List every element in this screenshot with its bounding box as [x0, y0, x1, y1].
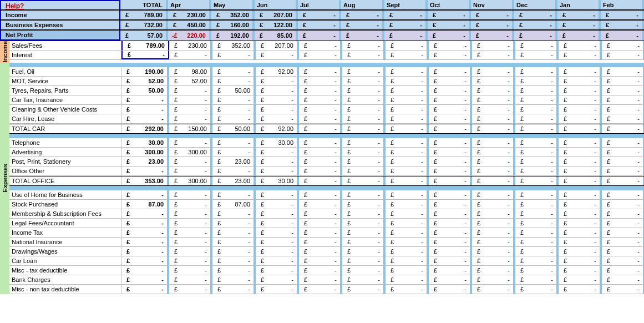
cell-value[interactable]: -	[442, 190, 470, 199]
cell-value[interactable]: -	[529, 138, 556, 147]
cell-value[interactable]: -	[529, 148, 556, 157]
cell-value[interactable]: -	[269, 266, 297, 275]
cell-value[interactable]: 92.00	[269, 67, 297, 76]
cell-value[interactable]: -	[529, 124, 556, 133]
cell-value[interactable]: -	[182, 138, 210, 147]
cell-value[interactable]: 50.00	[135, 86, 167, 95]
cell-value[interactable]: -	[135, 105, 167, 114]
cell-value[interactable]: -	[269, 219, 297, 228]
cell-value[interactable]: -	[399, 114, 427, 123]
cell-value[interactable]: -	[135, 238, 167, 246]
cell-value[interactable]: -	[312, 95, 340, 104]
cell-value[interactable]: -	[135, 114, 167, 123]
cell-value[interactable]: -	[182, 275, 210, 284]
cell-value[interactable]: -	[442, 157, 470, 166]
cell-value[interactable]: -	[182, 95, 210, 104]
cell-value[interactable]: -	[356, 86, 383, 95]
cell-value[interactable]: -	[615, 105, 643, 114]
cell-value[interactable]: -	[572, 256, 600, 265]
cell-value[interactable]: 92.00	[269, 124, 297, 133]
cell-value[interactable]: -	[399, 148, 427, 157]
cell-value[interactable]: -	[572, 157, 600, 166]
cell-value[interactable]: -	[356, 114, 383, 123]
cell-value[interactable]: -	[226, 67, 253, 76]
cell-value[interactable]: -	[442, 114, 470, 123]
cell-value[interactable]: -	[356, 138, 383, 147]
cell-value[interactable]: -	[226, 209, 253, 218]
cell-value[interactable]: -	[615, 51, 643, 59]
cell-value[interactable]: -	[311, 21, 339, 29]
cell-value[interactable]: 23.00	[135, 157, 167, 166]
cell-value[interactable]: -	[356, 51, 383, 59]
cell-value[interactable]: -	[442, 67, 470, 76]
cell-value[interactable]: -	[312, 238, 340, 246]
cell-value[interactable]: -	[615, 95, 643, 104]
cell-value[interactable]: -	[615, 190, 643, 199]
cell-value[interactable]: -	[269, 228, 297, 237]
cell-value[interactable]: -	[399, 166, 427, 175]
cell-value[interactable]: -	[529, 157, 556, 166]
cell-value[interactable]: -	[269, 285, 297, 294]
cell-value[interactable]: 23.00	[226, 176, 253, 185]
cell-value[interactable]: -	[226, 275, 253, 284]
cell-value[interactable]: -	[182, 114, 210, 123]
cell-value[interactable]: -	[356, 157, 383, 166]
cell-value[interactable]: -	[312, 41, 340, 50]
cell-value[interactable]: -	[529, 256, 556, 265]
cell-value[interactable]: -	[399, 105, 427, 114]
cell-value[interactable]: -	[399, 228, 427, 237]
cell-value[interactable]: 789.00	[134, 11, 166, 19]
cell-value[interactable]: -	[182, 51, 210, 59]
cell-value[interactable]: -	[529, 275, 556, 284]
cell-value[interactable]: -	[312, 114, 340, 123]
cell-value[interactable]: -	[442, 256, 470, 265]
cell-value[interactable]: -	[441, 31, 469, 41]
cell-value[interactable]: -	[485, 77, 513, 85]
cell-value[interactable]: -	[572, 166, 600, 175]
cell-value[interactable]: -	[269, 190, 297, 199]
cell-value[interactable]: -	[572, 219, 600, 228]
cell-value[interactable]: -	[485, 41, 513, 50]
cell-value[interactable]: -	[485, 275, 513, 284]
cell-value[interactable]: -	[485, 105, 513, 114]
cell-value[interactable]: -	[529, 105, 556, 114]
cell-value[interactable]: -	[312, 209, 340, 218]
cell-value[interactable]: -	[442, 51, 470, 59]
cell-value[interactable]: -	[356, 95, 383, 104]
cell-value[interactable]: -	[398, 11, 425, 19]
cell-value[interactable]: 52.00	[135, 77, 167, 85]
cell-value[interactable]: 85.00	[268, 31, 296, 41]
cell-value[interactable]: -	[442, 105, 470, 114]
cell-value[interactable]: -	[399, 157, 427, 166]
cell-value[interactable]: -	[356, 266, 383, 275]
cell-value[interactable]: -	[399, 41, 427, 50]
cell-value[interactable]: -	[312, 285, 340, 294]
cell-value[interactable]: -	[182, 285, 210, 294]
cell-value[interactable]: -	[312, 138, 340, 147]
cell-value[interactable]: -	[485, 86, 513, 95]
cell-value[interactable]: -	[442, 200, 470, 209]
cell-value[interactable]: 87.00	[135, 200, 167, 209]
cell-value[interactable]: -	[356, 176, 383, 185]
cell-value[interactable]: 207.00	[268, 11, 296, 19]
cell-value[interactable]: -	[441, 11, 469, 19]
cell-value[interactable]: -	[615, 247, 643, 256]
cell-value[interactable]: -	[572, 105, 600, 114]
cell-value[interactable]: -	[399, 219, 427, 228]
cell-value[interactable]: -	[442, 95, 470, 104]
cell-value[interactable]: 57.00	[134, 31, 166, 41]
cell-value[interactable]: -	[572, 124, 600, 133]
cell-value[interactable]: 732.00	[134, 21, 166, 29]
cell-value[interactable]: -	[572, 95, 600, 104]
cell-value[interactable]: 353.00	[135, 176, 167, 185]
cell-value[interactable]: -	[615, 200, 643, 209]
cell-value[interactable]: -	[136, 51, 168, 58]
cell-value[interactable]: -	[485, 247, 513, 256]
cell-value[interactable]: -	[269, 105, 297, 114]
cell-value[interactable]: -	[226, 166, 253, 175]
cell-value[interactable]: -	[182, 238, 210, 246]
cell-value[interactable]: -	[182, 166, 210, 175]
cell-value[interactable]: -	[398, 21, 425, 29]
cell-value[interactable]: -	[485, 148, 513, 157]
cell-value[interactable]: -	[529, 209, 556, 218]
